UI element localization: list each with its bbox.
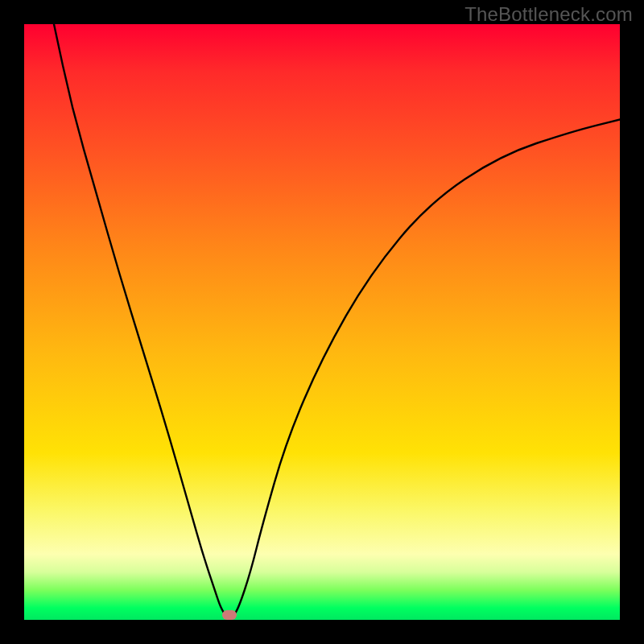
curve-svg — [24, 24, 620, 620]
chart-frame: TheBottleneck.com — [0, 0, 644, 644]
optimal-point-marker — [222, 610, 237, 620]
chart-plot-area — [24, 24, 620, 620]
bottleneck-curve — [54, 24, 620, 617]
watermark-text: TheBottleneck.com — [464, 3, 633, 26]
